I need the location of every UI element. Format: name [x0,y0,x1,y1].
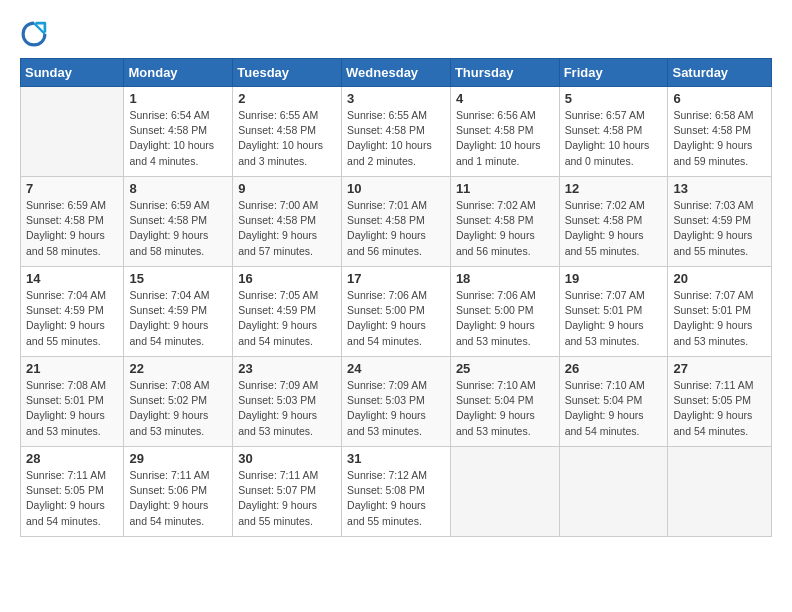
col-header-sunday: Sunday [21,59,124,87]
day-info: Sunrise: 7:02 AMSunset: 4:58 PMDaylight:… [456,198,554,259]
calendar-cell: 8Sunrise: 6:59 AMSunset: 4:58 PMDaylight… [124,177,233,267]
day-info: Sunrise: 7:09 AMSunset: 5:03 PMDaylight:… [347,378,445,439]
col-header-monday: Monday [124,59,233,87]
logo [20,20,52,48]
calendar-cell: 24Sunrise: 7:09 AMSunset: 5:03 PMDayligh… [342,357,451,447]
day-number: 24 [347,361,445,376]
page-header [20,20,772,48]
day-info: Sunrise: 7:10 AMSunset: 5:04 PMDaylight:… [565,378,663,439]
calendar-cell: 29Sunrise: 7:11 AMSunset: 5:06 PMDayligh… [124,447,233,537]
calendar-cell: 9Sunrise: 7:00 AMSunset: 4:58 PMDaylight… [233,177,342,267]
calendar-cell: 28Sunrise: 7:11 AMSunset: 5:05 PMDayligh… [21,447,124,537]
day-info: Sunrise: 6:54 AMSunset: 4:58 PMDaylight:… [129,108,227,169]
day-info: Sunrise: 7:11 AMSunset: 5:06 PMDaylight:… [129,468,227,529]
day-info: Sunrise: 7:05 AMSunset: 4:59 PMDaylight:… [238,288,336,349]
calendar-cell: 5Sunrise: 6:57 AMSunset: 4:58 PMDaylight… [559,87,668,177]
calendar-cell: 19Sunrise: 7:07 AMSunset: 5:01 PMDayligh… [559,267,668,357]
day-info: Sunrise: 6:59 AMSunset: 4:58 PMDaylight:… [26,198,118,259]
day-info: Sunrise: 6:55 AMSunset: 4:58 PMDaylight:… [238,108,336,169]
day-info: Sunrise: 7:07 AMSunset: 5:01 PMDaylight:… [565,288,663,349]
day-number: 18 [456,271,554,286]
week-row-3: 14Sunrise: 7:04 AMSunset: 4:59 PMDayligh… [21,267,772,357]
day-number: 5 [565,91,663,106]
day-number: 23 [238,361,336,376]
day-info: Sunrise: 6:55 AMSunset: 4:58 PMDaylight:… [347,108,445,169]
day-info: Sunrise: 7:04 AMSunset: 4:59 PMDaylight:… [129,288,227,349]
day-info: Sunrise: 7:11 AMSunset: 5:07 PMDaylight:… [238,468,336,529]
calendar-cell: 16Sunrise: 7:05 AMSunset: 4:59 PMDayligh… [233,267,342,357]
day-number: 21 [26,361,118,376]
day-number: 14 [26,271,118,286]
calendar-cell [559,447,668,537]
calendar-cell: 12Sunrise: 7:02 AMSunset: 4:58 PMDayligh… [559,177,668,267]
day-info: Sunrise: 6:58 AMSunset: 4:58 PMDaylight:… [673,108,766,169]
day-info: Sunrise: 7:03 AMSunset: 4:59 PMDaylight:… [673,198,766,259]
week-row-5: 28Sunrise: 7:11 AMSunset: 5:05 PMDayligh… [21,447,772,537]
day-number: 3 [347,91,445,106]
calendar-cell: 17Sunrise: 7:06 AMSunset: 5:00 PMDayligh… [342,267,451,357]
day-info: Sunrise: 7:00 AMSunset: 4:58 PMDaylight:… [238,198,336,259]
calendar-cell: 22Sunrise: 7:08 AMSunset: 5:02 PMDayligh… [124,357,233,447]
day-info: Sunrise: 7:08 AMSunset: 5:02 PMDaylight:… [129,378,227,439]
calendar-cell: 31Sunrise: 7:12 AMSunset: 5:08 PMDayligh… [342,447,451,537]
day-info: Sunrise: 7:11 AMSunset: 5:05 PMDaylight:… [26,468,118,529]
day-info: Sunrise: 7:11 AMSunset: 5:05 PMDaylight:… [673,378,766,439]
calendar-cell: 2Sunrise: 6:55 AMSunset: 4:58 PMDaylight… [233,87,342,177]
calendar-cell: 30Sunrise: 7:11 AMSunset: 5:07 PMDayligh… [233,447,342,537]
calendar-cell: 4Sunrise: 6:56 AMSunset: 4:58 PMDaylight… [450,87,559,177]
calendar-cell: 13Sunrise: 7:03 AMSunset: 4:59 PMDayligh… [668,177,772,267]
day-number: 9 [238,181,336,196]
day-number: 26 [565,361,663,376]
calendar-cell: 21Sunrise: 7:08 AMSunset: 5:01 PMDayligh… [21,357,124,447]
day-number: 31 [347,451,445,466]
day-number: 8 [129,181,227,196]
day-number: 20 [673,271,766,286]
day-info: Sunrise: 7:06 AMSunset: 5:00 PMDaylight:… [456,288,554,349]
day-info: Sunrise: 6:56 AMSunset: 4:58 PMDaylight:… [456,108,554,169]
week-row-1: 1Sunrise: 6:54 AMSunset: 4:58 PMDaylight… [21,87,772,177]
calendar-cell: 1Sunrise: 6:54 AMSunset: 4:58 PMDaylight… [124,87,233,177]
col-header-wednesday: Wednesday [342,59,451,87]
day-number: 11 [456,181,554,196]
day-info: Sunrise: 7:06 AMSunset: 5:00 PMDaylight:… [347,288,445,349]
day-number: 28 [26,451,118,466]
calendar-cell: 3Sunrise: 6:55 AMSunset: 4:58 PMDaylight… [342,87,451,177]
day-info: Sunrise: 6:57 AMSunset: 4:58 PMDaylight:… [565,108,663,169]
day-number: 6 [673,91,766,106]
day-number: 10 [347,181,445,196]
day-info: Sunrise: 7:01 AMSunset: 4:58 PMDaylight:… [347,198,445,259]
calendar-cell: 18Sunrise: 7:06 AMSunset: 5:00 PMDayligh… [450,267,559,357]
calendar-cell: 27Sunrise: 7:11 AMSunset: 5:05 PMDayligh… [668,357,772,447]
day-info: Sunrise: 7:09 AMSunset: 5:03 PMDaylight:… [238,378,336,439]
calendar-cell [668,447,772,537]
day-number: 12 [565,181,663,196]
calendar-cell: 7Sunrise: 6:59 AMSunset: 4:58 PMDaylight… [21,177,124,267]
calendar-cell: 23Sunrise: 7:09 AMSunset: 5:03 PMDayligh… [233,357,342,447]
day-number: 22 [129,361,227,376]
day-number: 30 [238,451,336,466]
day-number: 25 [456,361,554,376]
week-row-2: 7Sunrise: 6:59 AMSunset: 4:58 PMDaylight… [21,177,772,267]
calendar-cell [21,87,124,177]
calendar-cell: 10Sunrise: 7:01 AMSunset: 4:58 PMDayligh… [342,177,451,267]
day-number: 1 [129,91,227,106]
calendar-cell: 11Sunrise: 7:02 AMSunset: 4:58 PMDayligh… [450,177,559,267]
day-info: Sunrise: 7:02 AMSunset: 4:58 PMDaylight:… [565,198,663,259]
day-info: Sunrise: 7:10 AMSunset: 5:04 PMDaylight:… [456,378,554,439]
col-header-friday: Friday [559,59,668,87]
col-header-tuesday: Tuesday [233,59,342,87]
day-info: Sunrise: 7:04 AMSunset: 4:59 PMDaylight:… [26,288,118,349]
day-info: Sunrise: 7:08 AMSunset: 5:01 PMDaylight:… [26,378,118,439]
calendar-table: SundayMondayTuesdayWednesdayThursdayFrid… [20,58,772,537]
day-number: 27 [673,361,766,376]
col-header-saturday: Saturday [668,59,772,87]
day-info: Sunrise: 7:12 AMSunset: 5:08 PMDaylight:… [347,468,445,529]
calendar-cell [450,447,559,537]
calendar-cell: 6Sunrise: 6:58 AMSunset: 4:58 PMDaylight… [668,87,772,177]
calendar-cell: 15Sunrise: 7:04 AMSunset: 4:59 PMDayligh… [124,267,233,357]
day-info: Sunrise: 6:59 AMSunset: 4:58 PMDaylight:… [129,198,227,259]
header-row: SundayMondayTuesdayWednesdayThursdayFrid… [21,59,772,87]
day-number: 17 [347,271,445,286]
day-info: Sunrise: 7:07 AMSunset: 5:01 PMDaylight:… [673,288,766,349]
day-number: 16 [238,271,336,286]
